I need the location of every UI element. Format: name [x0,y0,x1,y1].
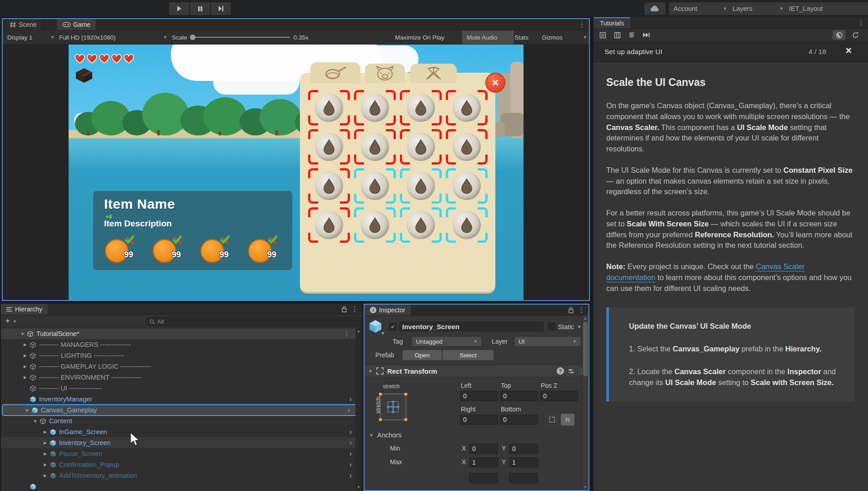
prefab-open-button[interactable]: Open [403,350,442,360]
hierarchy-item-pause-screen[interactable]: ▶Pause_Screen› [1,448,362,459]
hierarchy-item-inventory-screen[interactable]: ▶Inventory_Screen› [1,437,362,448]
tutorial-steps-view-button[interactable] [625,30,638,40]
scale-slider-knob[interactable] [190,35,195,40]
raw-mode-toggle[interactable]: R [561,414,574,426]
left-input[interactable]: 0 [460,391,498,401]
foldout-arrow-icon[interactable]: ▶ [22,364,29,369]
tab-tools[interactable] [410,64,457,83]
tab-scene[interactable]: Scene [5,19,43,30]
posz-input[interactable]: 0 [540,391,578,401]
resolution-dropdown[interactable]: Full HD (1920x1080)▼ [55,30,172,44]
hierarchy-item-ui[interactable]: --------- UI --------------- [1,383,362,394]
tab-inspector[interactable]: i Inspector [364,305,411,316]
inspector-menu-icon[interactable]: ⋮ [578,306,585,313]
foldout-arrow-icon[interactable]: ▶ [42,430,49,434]
tab-cooking[interactable] [310,62,360,83]
pivot-x-input[interactable] [469,473,498,483]
tutorial-list-view-button[interactable] [596,30,609,40]
prefab-icon-caret[interactable]: ▼ [381,331,385,336]
foldout-arrow-icon[interactable]: ▶ [42,451,49,456]
scroll-up-icon[interactable]: ▲ [357,329,360,333]
inventory-slot[interactable] [308,207,350,243]
static-caret[interactable]: ▼ [577,325,581,329]
hierarchy-item-addtoinventory-animation[interactable]: ▶AddToInventory_animation› [1,470,362,481]
mute-audio-button[interactable]: Mute Audio [462,30,514,44]
tutorial-columns-view-button[interactable] [611,30,624,40]
gizmos-dropdown[interactable]: Gizmos▼ [537,30,592,44]
skip-tutorial-button[interactable] [640,30,653,40]
scale-slider-track[interactable] [191,37,290,38]
prefab-chevron-icon[interactable]: › [349,395,352,403]
prefab-select-button[interactable]: Select [443,350,494,360]
inventory-slot[interactable] [400,207,442,243]
close-inventory-button[interactable]: × [485,73,505,93]
hierarchy-scrollbar[interactable]: ▲ ▼ [355,327,362,491]
pivot-y-input[interactable] [509,473,538,483]
maximize-on-play-button[interactable]: Maximize On Play [390,30,467,44]
prefab-chevron-icon[interactable]: › [349,428,352,436]
inventory-slot[interactable] [446,207,488,243]
cloud-services-button[interactable] [644,2,665,15]
inventory-slot[interactable] [446,168,488,204]
scroll-down-icon[interactable]: ▼ [357,485,360,489]
hierarchy-item-canvas-gameplay[interactable]: ▼Canvas_Gameplay› [2,404,361,416]
scroll-up-icon[interactable]: ▲ [584,316,587,321]
object-name-field[interactable]: Inventory_Screen [399,321,544,331]
tab-game[interactable]: Game [57,19,96,30]
max-y-input[interactable]: 1 [509,457,538,467]
foldout-arrow-icon[interactable]: ▼ [32,419,39,424]
rect-transform-header[interactable]: ▼ Rect Transform ? ⋮ [364,365,589,377]
right-input[interactable]: 0 [460,415,498,425]
anchors-foldout-arrow[interactable]: ▼ [369,433,374,438]
foldout-arrow-icon[interactable]: ▶ [22,353,29,358]
layer-dropdown[interactable]: UI▼ [514,336,581,346]
account-dropdown[interactable]: Account▼ [669,2,732,15]
inventory-slot[interactable] [354,90,396,125]
lock-icon[interactable] [341,306,347,312]
presets-icon[interactable] [568,368,574,375]
hierarchy-item[interactable] [1,481,362,491]
top-input[interactable]: 0 [500,391,538,401]
hierarchy-item-ingame-screen[interactable]: ▶InGame_Screen› [1,426,362,437]
hierarchy-item-tutorialscene[interactable]: ▼TutorialScene*⋮ [1,328,362,339]
tab-tutorials[interactable]: Tutorials [594,17,630,28]
prefab-chevron-icon[interactable]: › [349,471,352,480]
inventory-slot[interactable] [308,129,350,165]
step-button[interactable] [211,2,231,15]
inventory-slot[interactable] [446,129,488,165]
inventory-slot[interactable] [308,168,350,204]
anchor-preset-widget[interactable] [380,394,406,420]
hierarchy-item-confirmation-popup[interactable]: ▶Confirmation_Popup› [1,459,362,470]
inventory-slot[interactable] [446,90,488,125]
scroll-down-icon[interactable]: ▼ [584,485,587,489]
foldout-arrow-icon[interactable]: ▶ [22,375,29,380]
canvas-scaler-doc-link[interactable]: Canvas Scaler documentation [606,262,805,281]
foldout-arrow-icon[interactable]: ▶ [22,342,29,347]
hierarchy-item-gameplay-logic[interactable]: ▶--------- GAMEPLAY LOGIC -------------- [1,361,362,372]
hierarchy-item-environment[interactable]: ▶--------- ENVIRONMENT -------------- [1,372,362,383]
tab-animals[interactable] [365,64,405,83]
hierarchy-item-content[interactable]: ▼Content [1,416,362,426]
theme-toggle-button[interactable] [833,30,845,40]
prefab-chevron-icon[interactable]: › [349,439,352,447]
hierarchy-menu-icon[interactable]: ⋮ [351,306,358,312]
active-checkbox[interactable]: ✓ [389,323,397,331]
close-tutorial-icon[interactable]: × [846,45,852,56]
foldout-arrow-icon[interactable]: ▼ [19,331,26,336]
game-panel-menu-icon[interactable]: ⋮ [579,21,585,28]
layout-dropdown[interactable]: IET_Layout▼ [784,2,868,15]
foldout-arrow[interactable]: ▼ [368,369,373,374]
tutorials-menu-icon[interactable]: ⋮ [858,19,864,26]
max-x-input[interactable]: 1 [469,457,498,467]
display-dropdown[interactable]: Display 1▼ [3,30,60,44]
lock-icon[interactable] [568,307,574,313]
prefab-chevron-icon[interactable]: › [349,450,352,458]
foldout-arrow-icon[interactable]: ▼ [24,408,30,413]
inventory-slot[interactable] [400,129,442,165]
hierarchy-search-input[interactable]: All [145,317,362,326]
scene-menu-icon[interactable]: ⋮ [344,330,350,337]
hierarchy-item-inventorymanager[interactable]: InventoryManager› [1,394,362,405]
min-x-input[interactable]: 0 [469,444,498,454]
inventory-slot[interactable] [400,168,442,204]
pause-button[interactable] [190,2,210,15]
